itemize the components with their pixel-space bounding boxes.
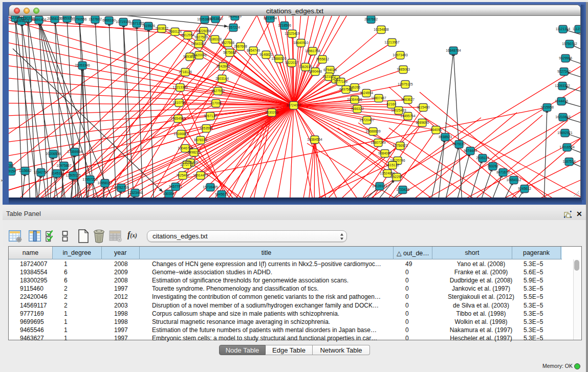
svg-text:20206536: 20206536	[46, 152, 61, 156]
svg-text:15886520: 15886520	[271, 57, 287, 60]
svg-text:1810755: 1810755	[172, 101, 186, 104]
svg-text:62160: 62160	[387, 102, 397, 106]
svg-text:2687682: 2687682	[364, 17, 378, 21]
svg-text:21364436: 21364436	[347, 98, 362, 101]
svg-text:2718126: 2718126	[179, 70, 192, 74]
svg-text:6990448: 6990448	[309, 70, 322, 73]
svg-text:8912954: 8912954	[181, 33, 194, 37]
svg-text:9893612: 9893612	[183, 55, 197, 58]
svg-text:9242848: 9242848	[216, 64, 230, 68]
svg-text:9327508: 9327508	[221, 41, 234, 45]
svg-text:12342757: 12342757	[33, 170, 49, 174]
svg-text:10654112: 10654112	[507, 178, 521, 182]
svg-text:1615132: 1615132	[386, 163, 399, 167]
svg-text:9634229: 9634229	[228, 16, 242, 18]
svg-text:15750742: 15750742	[562, 42, 577, 46]
svg-text:1362615: 1362615	[299, 65, 312, 69]
svg-text:7986322: 7986322	[351, 107, 364, 111]
svg-text:830354: 830354	[163, 192, 175, 195]
svg-text:6479197: 6479197	[452, 142, 466, 146]
svg-text:9474444: 9474444	[464, 149, 477, 152]
svg-text:1244415: 1244415	[555, 99, 568, 103]
svg-text:2530203: 2530203	[265, 111, 278, 114]
svg-text:2803144: 2803144	[215, 77, 229, 80]
svg-text:19384554: 19384554	[307, 138, 322, 141]
svg-text:12325419: 12325419	[285, 32, 300, 35]
svg-text:7663822: 7663822	[155, 27, 168, 30]
svg-text:3215958: 3215958	[540, 105, 554, 109]
svg-text:8813054: 8813054	[264, 16, 277, 20]
svg-text:15716485: 15716485	[203, 185, 218, 189]
svg-text:19166827: 19166827	[173, 132, 189, 136]
svg-text:10973493: 10973493	[393, 53, 408, 57]
svg-text:16053810: 16053810	[208, 17, 223, 20]
svg-text:2935114: 2935114	[476, 156, 489, 160]
svg-text:17359934: 17359934	[67, 150, 82, 154]
svg-text:9777169: 9777169	[334, 80, 347, 83]
svg-text:10975867: 10975867	[56, 164, 72, 167]
svg-text:1272715: 1272715	[180, 163, 193, 166]
svg-text:9329966: 9329966	[559, 56, 572, 60]
svg-text:252254: 252254	[391, 175, 402, 179]
svg-text:3267130: 3267130	[204, 114, 217, 118]
svg-text:1527602: 1527602	[89, 17, 102, 21]
svg-text:10046738: 10046738	[178, 146, 193, 150]
svg-text:9660124: 9660124	[168, 30, 182, 33]
svg-text:3624554: 3624554	[360, 91, 373, 95]
svg-text:1187534: 1187534	[562, 160, 576, 163]
svg-text:8427552: 8427552	[211, 89, 225, 93]
svg-text:9227342: 9227342	[557, 70, 571, 73]
svg-text:18640910: 18640910	[293, 41, 309, 45]
svg-text:5875685: 5875685	[223, 51, 236, 54]
svg-text:12323446: 12323446	[127, 191, 143, 194]
svg-text:16210643: 16210643	[555, 115, 571, 119]
svg-text:9327509: 9327509	[194, 35, 208, 39]
svg-text:11790556: 11790556	[72, 17, 87, 21]
svg-text:18807249: 18807249	[371, 141, 386, 144]
svg-text:26053346: 26053346	[75, 63, 90, 67]
svg-text:7625402: 7625402	[176, 173, 189, 177]
svg-text:164095: 164095	[430, 128, 442, 132]
svg-text:1112133: 1112133	[573, 27, 580, 31]
svg-text:9345612: 9345612	[215, 192, 228, 196]
svg-text:16961758: 16961758	[305, 49, 320, 53]
svg-text:12505135: 12505135	[66, 173, 81, 177]
svg-text:18724007: 18724007	[286, 103, 301, 107]
svg-text:3498222: 3498222	[187, 150, 201, 154]
svg-text:16782759: 16782759	[114, 186, 129, 189]
svg-text:1353594: 1353594	[200, 126, 213, 130]
svg-text:17016504: 17016504	[559, 145, 575, 149]
svg-text:7485063: 7485063	[397, 68, 410, 71]
svg-text:15720407: 15720407	[359, 118, 375, 122]
svg-text:9084067: 9084067	[378, 151, 391, 155]
svg-text:10958117: 10958117	[98, 181, 113, 185]
svg-text:114519: 114519	[51, 171, 62, 175]
svg-text:8578334: 8578334	[194, 138, 207, 142]
svg-text:16543362: 16543362	[191, 42, 206, 46]
svg-text:16848784: 16848784	[446, 49, 461, 52]
svg-text:39154: 39154	[9, 169, 16, 173]
svg-text:11121334: 11121334	[556, 27, 571, 31]
svg-text:746266: 746266	[349, 85, 360, 89]
svg-text:13495764: 13495764	[400, 114, 416, 118]
svg-text:2867608: 2867608	[234, 45, 247, 48]
svg-text:1115682: 1115682	[19, 169, 32, 172]
svg-text:23226058: 23226058	[196, 29, 211, 33]
svg-text:435061: 435061	[9, 164, 14, 167]
svg-text:12093322: 12093322	[555, 84, 570, 87]
svg-text:1733426: 1733426	[396, 188, 409, 191]
svg-text:6966160: 6966160	[102, 18, 116, 22]
svg-text:5322037: 5322037	[285, 61, 298, 64]
svg-text:8471676: 8471676	[496, 170, 510, 174]
svg-text:9115460: 9115460	[417, 105, 430, 109]
svg-text:7955812: 7955812	[316, 57, 329, 61]
svg-text:12213369: 12213369	[172, 85, 188, 89]
svg-text:10025433: 10025433	[391, 108, 406, 112]
svg-text:7357224: 7357224	[227, 26, 240, 29]
svg-text:6794028: 6794028	[323, 68, 337, 72]
svg-text:16914479: 16914479	[193, 173, 208, 177]
svg-text:9245612: 9245612	[518, 187, 531, 190]
svg-text:14139141: 14139141	[372, 184, 387, 188]
svg-text:10807487: 10807487	[371, 96, 386, 100]
svg-text:22691406: 22691406	[31, 18, 47, 21]
